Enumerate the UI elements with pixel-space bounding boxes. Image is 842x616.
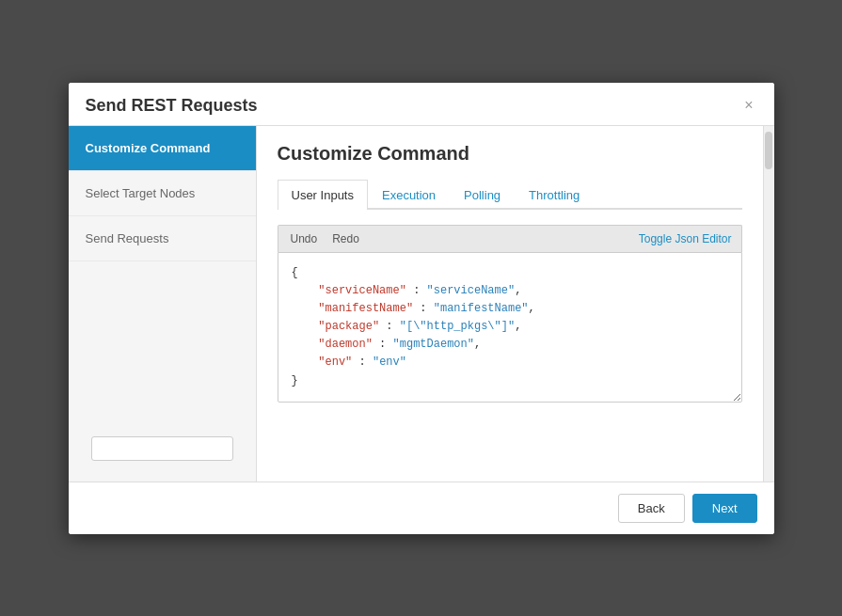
sidebar-search-input[interactable] [91, 436, 233, 461]
content-area: Customize Command User Inputs Execution … [257, 126, 763, 482]
editor-toolbar: Undo Redo Toggle Json Editor [278, 225, 742, 252]
sidebar: Customize Command Select Target Nodes Se… [69, 126, 257, 482]
modal-footer: Back Next [69, 482, 774, 534]
modal-scroll-content: Customize Command Select Target Nodes Se… [69, 126, 763, 482]
toggle-json-button[interactable]: Toggle Json Editor [639, 232, 732, 245]
scrollbar-thumb[interactable] [765, 132, 772, 169]
json-editor[interactable]: { "serviceName" : "serviceName", "manife… [278, 252, 742, 403]
tab-execution[interactable]: Execution [368, 180, 450, 210]
tab-throttling[interactable]: Throttling [515, 180, 594, 210]
close-button[interactable]: × [740, 97, 756, 114]
scrollbar-track [763, 126, 774, 482]
modal-overlay: Send REST Requests × Customize Command S… [0, 0, 842, 616]
next-button[interactable]: Next [692, 494, 757, 523]
sidebar-item-customize-command[interactable]: Customize Command [69, 126, 256, 171]
tab-bar: User Inputs Execution Polling Throttling [278, 180, 742, 210]
modal-header: Send REST Requests × [69, 83, 774, 126]
tab-polling[interactable]: Polling [450, 180, 515, 210]
back-button[interactable]: Back [618, 494, 685, 523]
modal: Send REST Requests × Customize Command S… [69, 83, 774, 534]
sidebar-bottom [69, 261, 256, 482]
sidebar-item-send-requests[interactable]: Send Requests [69, 216, 256, 261]
undo-button[interactable]: Undo [288, 231, 321, 246]
content-title: Customize Command [278, 143, 742, 165]
modal-title: Send REST Requests [86, 96, 258, 116]
modal-body: Customize Command Select Target Nodes Se… [69, 126, 763, 482]
modal-scrollable: Customize Command Select Target Nodes Se… [69, 126, 774, 482]
sidebar-item-select-target-nodes[interactable]: Select Target Nodes [69, 171, 256, 216]
tab-user-inputs[interactable]: User Inputs [278, 180, 368, 210]
redo-button[interactable]: Redo [329, 231, 362, 246]
